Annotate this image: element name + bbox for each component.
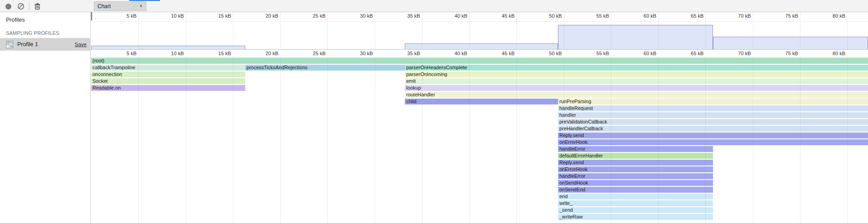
record-button[interactable]: [4, 2, 13, 11]
ruler-tick-label: 15 kB: [206, 51, 231, 56]
clear-button[interactable]: [16, 2, 25, 11]
toolbar-separator: [29, 2, 29, 10]
chevron-down-icon: ▼: [139, 4, 143, 8]
ruler-tick-label: 25 kB: [300, 51, 325, 56]
flame-bar[interactable]: processTicksAndRejections: [245, 65, 405, 71]
memory-overview-pane[interactable]: 5 kB10 kB15 kB20 kB25 kB30 kB35 kB40 kB4…: [91, 12, 868, 50]
ruler-tick-label: 30 kB: [348, 51, 373, 56]
flame-bar[interactable]: defaultErrorHandler: [558, 153, 713, 159]
flame-bar[interactable]: Reply.send: [558, 133, 868, 138]
flame-bar[interactable]: emit: [405, 78, 868, 84]
overview-step[interactable]: [713, 37, 868, 49]
flame-bar[interactable]: preHandlerCallback: [558, 126, 868, 132]
ruler-tick-label: 75 kB: [773, 51, 798, 56]
sidebar-header: Profiles: [0, 12, 90, 23]
flame-bar[interactable]: onconnection: [91, 71, 245, 77]
ruler-tick-label: 65 kB: [678, 51, 703, 56]
heap-profiler-panel: Chart ▼ Profiles SAMPLING PROFILES % Pro…: [0, 0, 868, 223]
ruler-tick-label: 40 kB: [442, 13, 467, 19]
ruler-tick-label: 45 kB: [489, 13, 514, 19]
ruler-tick-label: 70 kB: [726, 51, 751, 56]
chart-main: 5 kB10 kB15 kB20 kB25 kB30 kB35 kB40 kB4…: [91, 12, 868, 223]
ruler-tick-label: 35 kB: [395, 13, 420, 19]
active-tab-indicator: [129, 0, 160, 1]
flame-bar[interactable]: (root): [91, 58, 868, 64]
flame-bar[interactable]: handleRequest: [558, 105, 868, 111]
flame-bar[interactable]: routeHandler: [405, 92, 868, 98]
flame-bar[interactable]: parserOnHeadersComplete: [405, 65, 868, 71]
overview-step[interactable]: [405, 43, 558, 49]
flame-bar[interactable]: handleError: [558, 173, 713, 179]
ruler-tick-label: 80 kB: [820, 51, 845, 56]
flame-bar[interactable]: lookup: [405, 85, 868, 91]
ruler-tick-label: 15 kB: [206, 13, 231, 19]
flame-bar[interactable]: runPreParsing: [558, 99, 868, 104]
flame-bar[interactable]: end: [558, 194, 713, 199]
ruler-tick-label: 10 kB: [159, 13, 184, 19]
flame-bar[interactable]: _send: [558, 207, 713, 213]
flame-bar[interactable]: onErrorHook: [558, 139, 868, 145]
ruler-tick-label: 10 kB: [159, 51, 184, 56]
ruler-tick-label: 55 kB: [584, 13, 609, 19]
ruler-tick-label: 60 kB: [631, 13, 656, 19]
toolbar: Chart ▼: [0, 0, 868, 12]
flame-bar[interactable]: handleError: [558, 146, 713, 152]
flame-bar[interactable]: handler: [558, 112, 868, 118]
sampling-profiles-section-title: SAMPLING PROFILES: [0, 23, 90, 36]
flame-bars: (root)callbackTrampolineprocessTicksAndR…: [91, 58, 868, 223]
ruler-tick-label: 35 kB: [395, 51, 420, 56]
flame-bar[interactable]: callbackTrampoline: [91, 65, 245, 71]
profiles-sidebar: Profiles SAMPLING PROFILES % Profile 1 S…: [0, 12, 91, 223]
flame-bar[interactable]: write_: [558, 200, 713, 206]
flame-bar[interactable]: _writeRaw: [558, 214, 713, 220]
trash-icon: [34, 3, 41, 10]
ruler-tick-label: 75 kB: [773, 13, 798, 19]
ruler-tick-label: 30 kB: [348, 13, 373, 19]
view-mode-value: Chart: [97, 3, 111, 9]
sidebar-item-profile-1[interactable]: % Profile 1 Save: [0, 38, 91, 51]
ruler-tick-label: 25 kB: [300, 13, 325, 19]
overview-step[interactable]: [558, 25, 713, 49]
ruler-tick-label: 5 kB: [111, 51, 136, 56]
flame-bar[interactable]: Socket: [91, 78, 245, 84]
ruler-tick-label: 70 kB: [726, 13, 751, 19]
overview-zero-tick: [91, 12, 92, 20]
flame-bar[interactable]: preValidationCallback: [558, 119, 868, 125]
flame-bar[interactable]: child: [405, 99, 558, 104]
ruler-tick-label: 5 kB: [111, 13, 136, 19]
block-icon: [17, 3, 24, 10]
flame-bar[interactable]: parserOnIncoming: [405, 71, 868, 77]
profile-name: Profile 1: [17, 41, 75, 47]
svg-text:%: %: [10, 44, 13, 48]
ruler-tick-label: 50 kB: [537, 13, 562, 19]
ruler-tick-label: 50 kB: [537, 51, 562, 56]
ruler-tick-label: 55 kB: [584, 51, 609, 56]
ruler-tick-label: 65 kB: [678, 13, 703, 19]
ruler-tick-label: 80 kB: [820, 13, 845, 19]
flame-chart-pane: (root)callbackTrampolineprocessTicksAndR…: [91, 50, 868, 223]
flame-bar[interactable]: Readable.on: [91, 85, 245, 91]
save-profile-link[interactable]: Save: [75, 42, 87, 47]
flame-bar[interactable]: onErrorHook: [558, 166, 713, 172]
ruler-tick-label: 20 kB: [253, 13, 278, 19]
overview-step[interactable]: [91, 46, 245, 49]
ruler-tick-label: 20 kB: [253, 51, 278, 56]
profile-document-icon: %: [6, 41, 14, 48]
flame-bar[interactable]: Reply.send: [558, 160, 713, 166]
ruler-tick-label: 40 kB: [442, 51, 467, 56]
view-mode-select[interactable]: Chart ▼: [94, 1, 146, 11]
toolbar-profile-controls: [0, 0, 91, 12]
ruler-tick-label: 60 kB: [631, 51, 656, 56]
record-icon: [5, 4, 11, 9]
flame-bar[interactable]: onSendHook: [558, 180, 713, 186]
ruler-tick-label: 45 kB: [489, 51, 514, 56]
flame-bar[interactable]: onSendEnd: [558, 187, 713, 193]
delete-profile-button[interactable]: [33, 2, 42, 11]
